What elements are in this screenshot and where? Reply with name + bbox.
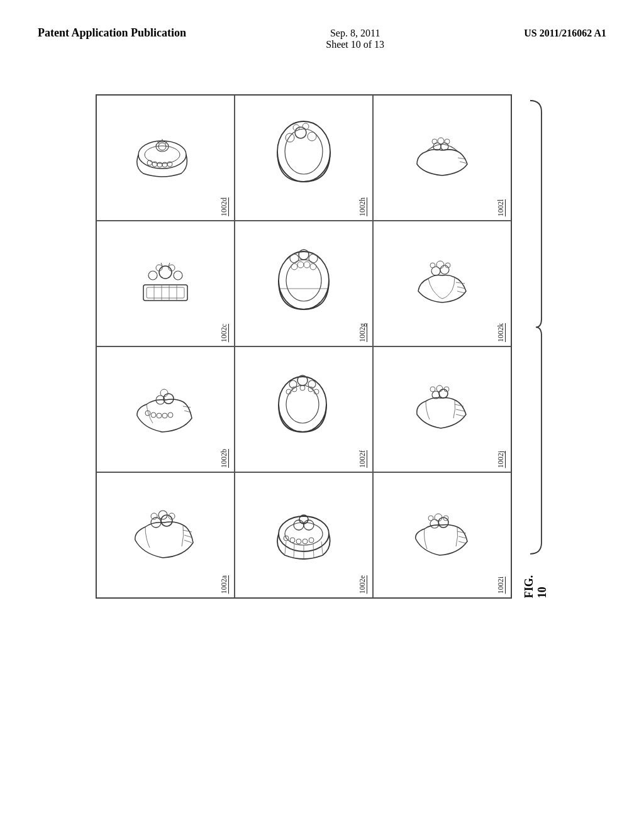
svg-point-51 (436, 261, 444, 268)
svg-line-98 (313, 544, 314, 558)
svg-line-56 (457, 291, 465, 293)
svg-point-46 (297, 262, 304, 268)
svg-rect-27 (147, 287, 184, 298)
ring-cell-1002e: 1002e (235, 472, 373, 598)
svg-point-48 (310, 263, 316, 270)
ring-cell-1002h: 1002h (235, 95, 373, 221)
right-brace-svg (523, 95, 548, 560)
svg-point-32 (148, 271, 157, 280)
svg-point-43 (309, 254, 318, 263)
svg-point-78 (439, 389, 448, 398)
svg-point-34 (174, 271, 182, 280)
ring-label-1002a: 1002a (219, 575, 229, 594)
svg-line-84 (456, 414, 464, 416)
svg-point-60 (162, 413, 167, 418)
svg-point-16 (308, 132, 316, 141)
svg-line-113 (457, 531, 466, 533)
svg-point-111 (428, 516, 433, 521)
svg-line-82 (455, 404, 464, 406)
svg-line-90 (183, 530, 192, 532)
ring-cell-1002i: 1002i (373, 472, 511, 598)
svg-point-14 (286, 133, 294, 142)
svg-point-61 (168, 412, 173, 418)
svg-point-106 (304, 520, 314, 530)
ring-label-1002g: 1002g (358, 323, 367, 342)
header-date-sheet: Sep. 8, 2011 Sheet 10 of 13 (326, 25, 384, 50)
svg-point-104 (309, 538, 314, 543)
ring-cell-1002f: 1002f (235, 346, 373, 472)
ring-label-1002b: 1002b (219, 449, 229, 468)
svg-line-65 (183, 406, 191, 407)
svg-point-33 (159, 266, 172, 279)
ring-label-1002i: 1002i (496, 577, 506, 594)
svg-point-45 (291, 263, 297, 270)
svg-point-67 (279, 377, 326, 432)
svg-point-21 (438, 138, 444, 144)
patent-number: US 2011/216062 A1 (524, 25, 606, 39)
svg-point-4 (157, 162, 162, 167)
svg-point-13 (285, 129, 323, 174)
svg-point-18 (303, 123, 309, 130)
svg-line-54 (456, 282, 465, 284)
ring-cell-1002b: 1002b (96, 346, 235, 472)
figure-label-area: FIG. 10 (523, 95, 548, 598)
ring-label-1002l: 1002l (496, 199, 506, 216)
ring-cell-1002g: 1002g (235, 221, 373, 346)
svg-line-92 (184, 540, 192, 543)
ring-label-1002e: 1002e (358, 575, 367, 594)
ring-label-1002c: 1002c (219, 324, 229, 342)
svg-point-105 (294, 520, 304, 530)
svg-point-15 (295, 127, 306, 138)
svg-line-83 (456, 409, 465, 411)
ring-cell-1002j: 1002j (373, 346, 511, 472)
svg-point-103 (303, 539, 308, 544)
ring-grid: 1002d 1002h (96, 94, 512, 599)
publication-title: Patent Application Publication (38, 25, 186, 41)
svg-point-110 (435, 514, 442, 521)
svg-line-99 (321, 541, 323, 554)
svg-point-101 (290, 538, 295, 543)
ring-label-1002k: 1002k (496, 323, 506, 342)
figure-label: FIG. 10 (523, 565, 549, 598)
svg-line-95 (285, 541, 286, 554)
main-content: 1002d 1002h (0, 63, 644, 611)
svg-point-52 (430, 263, 435, 268)
ring-label-1002j: 1002j (496, 451, 506, 468)
svg-point-102 (296, 539, 301, 544)
svg-point-88 (151, 513, 157, 519)
svg-point-47 (304, 262, 310, 268)
ring-cell-1002c: 1002c (96, 221, 235, 346)
svg-point-8 (158, 143, 166, 150)
svg-point-80 (430, 387, 435, 392)
ring-cell-1002a: 1002a (96, 472, 235, 598)
svg-line-96 (294, 544, 294, 558)
svg-point-59 (157, 413, 162, 418)
figure-wrapper: 1002d 1002h (96, 94, 548, 599)
page-header: Patent Application Publication Sep. 8, 2… (0, 0, 644, 63)
svg-point-63 (164, 394, 174, 404)
ring-label-1002f: 1002f (358, 450, 367, 468)
ring-label-1002d: 1002d (219, 197, 229, 216)
ring-cell-1002d: 1002d (96, 95, 235, 221)
svg-point-41 (290, 254, 299, 263)
svg-point-1 (145, 146, 180, 163)
ring-label-1002h: 1002h (358, 197, 367, 216)
svg-point-5 (162, 162, 167, 167)
svg-point-74 (300, 385, 305, 390)
ring-cell-1002k: 1002k (373, 221, 511, 346)
ring-cell-1002l: 1002l (373, 95, 511, 221)
svg-point-58 (151, 412, 156, 418)
svg-point-50 (440, 265, 449, 274)
svg-line-115 (458, 541, 466, 543)
